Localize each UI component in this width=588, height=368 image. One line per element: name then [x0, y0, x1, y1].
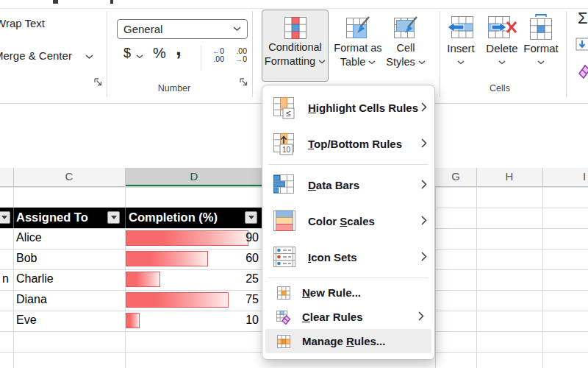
- column-header-i[interactable]: I: [542, 170, 588, 183]
- filter-button[interactable]: [245, 211, 257, 224]
- submenu-arrow-icon: [421, 138, 427, 151]
- highlight-cells-rules-icon: ≤: [270, 96, 299, 121]
- table-row: Diana 75: [0, 290, 263, 311]
- fill-button[interactable]: [576, 37, 588, 52]
- menu-item-data-bars[interactable]: Data Bars: [262, 167, 434, 203]
- cells-group-label: Cells: [463, 83, 537, 93]
- submenu-arrow-icon: [421, 251, 427, 264]
- cell-name[interactable]: Bob: [16, 252, 37, 265]
- menu-item-icon-sets[interactable]: Icon Sets: [262, 239, 434, 275]
- menu-item-top-bottom-rules[interactable]: 10 Top/Bottom Rules: [262, 126, 434, 162]
- conditional-formatting-label2: Formatting: [265, 54, 315, 68]
- cell-styles-label: Cell: [397, 41, 415, 55]
- format-label: Format: [523, 41, 559, 56]
- cell-value[interactable]: 60: [126, 252, 259, 265]
- menu-item-highlight-cells-rules[interactable]: ≤ Highlight Cells Rules: [262, 90, 434, 126]
- column-header-c[interactable]: C: [13, 170, 125, 183]
- accounting-format-button[interactable]: $: [123, 46, 131, 61]
- column-header-d-selected[interactable]: D: [125, 168, 263, 186]
- gridline: [435, 187, 436, 368]
- chevron-down-icon[interactable]: [85, 54, 93, 60]
- delete-cells-button[interactable]: Delete: [483, 13, 521, 65]
- menu-item-label: Highlight Cells Rules: [308, 102, 421, 114]
- column-header-h[interactable]: H: [476, 170, 542, 183]
- cell-name[interactable]: Alice: [16, 231, 42, 244]
- menu-item-label: Clear Rules: [302, 311, 418, 323]
- format-as-table-label: Format as: [334, 41, 381, 55]
- data-bars-icon: [270, 173, 299, 198]
- menu-separator: [268, 164, 429, 165]
- clear-rules-icon: [275, 310, 293, 325]
- menu-item-color-scales[interactable]: Color Scales: [262, 203, 434, 239]
- alignment-dialog-launcher-icon[interactable]: [93, 77, 103, 87]
- ribbon-top-divider: [0, 8, 588, 9]
- menu-item-new-rule[interactable]: New Rule...: [265, 280, 431, 305]
- number-format-value: General: [123, 23, 233, 35]
- cell-name[interactable]: Diana: [16, 293, 47, 306]
- filter-button[interactable]: [0, 211, 10, 224]
- chevron-down-icon: [318, 60, 326, 64]
- cell-value[interactable]: 25: [126, 272, 259, 286]
- group-separator: [252, 11, 253, 97]
- wrap-text-button[interactable]: Wrap Text: [0, 17, 45, 29]
- top-crop-fragment: [53, 0, 58, 4]
- menu-item-label: Icon Sets: [308, 251, 421, 263]
- submenu-arrow-icon: [421, 102, 427, 115]
- chevron-down-icon: [368, 60, 376, 65]
- merge-center-button[interactable]: Merge & Center: [0, 49, 72, 62]
- chevron-down-icon: [418, 60, 426, 65]
- header-cell-divider: [125, 208, 126, 228]
- increase-decimal-button[interactable]: ←0.00: [205, 47, 224, 63]
- digit: 0: [243, 54, 247, 63]
- submenu-arrow-icon: [418, 311, 424, 324]
- conditional-formatting-button[interactable]: Conditional Formatting: [262, 10, 329, 82]
- number-group-label: Number: [137, 83, 211, 93]
- group-separator: [566, 11, 567, 97]
- gridline: [542, 187, 543, 368]
- mini-separator: [201, 46, 201, 71]
- column-header-g[interactable]: G: [435, 170, 476, 183]
- cell-value[interactable]: 10: [126, 314, 259, 327]
- group-separator: [107, 11, 107, 97]
- menu-item-clear-rules[interactable]: Clear Rules: [265, 305, 431, 329]
- clear-button[interactable]: [574, 62, 588, 79]
- header-divider: [13, 168, 14, 187]
- chevron-down-icon[interactable]: [136, 54, 143, 59]
- cell-name[interactable]: Eve: [16, 314, 37, 327]
- number-format-combobox[interactable]: General: [117, 19, 248, 39]
- format-as-table-label2: Table: [340, 55, 366, 69]
- cell-value[interactable]: 90: [126, 231, 259, 244]
- percent-style-button[interactable]: %: [153, 45, 166, 62]
- group-separator: [440, 11, 440, 97]
- menu-item-manage-rules[interactable]: Manage Rules...: [265, 329, 431, 353]
- cell-name[interactable]: Charlie: [16, 272, 54, 286]
- submenu-arrow-icon: [421, 215, 427, 228]
- format-as-table-icon: [344, 15, 372, 41]
- manage-rules-icon: [275, 334, 293, 349]
- format-as-table-button[interactable]: Format as Table: [329, 10, 387, 87]
- delete-icon: [486, 13, 518, 41]
- autosum-button[interactable]: Σ: [578, 9, 588, 28]
- decrease-decimal-button[interactable]: .00→0: [228, 47, 247, 63]
- table-row: Bob 60: [0, 249, 263, 269]
- comma-style-button[interactable]: ,: [176, 37, 182, 60]
- menu-separator: [268, 277, 429, 278]
- chevron-down-icon: [537, 60, 545, 65]
- header-divider: [476, 168, 477, 187]
- cell-value[interactable]: 75: [126, 293, 259, 306]
- filter-button[interactable]: [107, 211, 120, 224]
- cut-off-cell-fragment: n: [2, 272, 9, 286]
- delete-label: Delete: [486, 41, 517, 56]
- arrow-right-icon: →: [235, 54, 243, 63]
- number-dialog-launcher-icon[interactable]: [239, 77, 248, 87]
- format-cells-button[interactable]: Format: [523, 13, 559, 65]
- insert-cells-button[interactable]: Insert: [444, 13, 478, 65]
- menu-item-label: New Rule...: [302, 286, 424, 299]
- cell-styles-label2: Styles: [386, 55, 415, 69]
- menu-item-label: Manage Rules...: [302, 335, 424, 347]
- insert-icon: [446, 13, 476, 41]
- cell-styles-button[interactable]: Cell Styles: [383, 10, 429, 87]
- menu-item-label: Data Bars: [308, 179, 421, 191]
- insert-label: Insert: [447, 41, 475, 56]
- conditional-formatting-menu: ≤ Highlight Cells Rules 10 Top/Bottom Ru…: [262, 85, 435, 360]
